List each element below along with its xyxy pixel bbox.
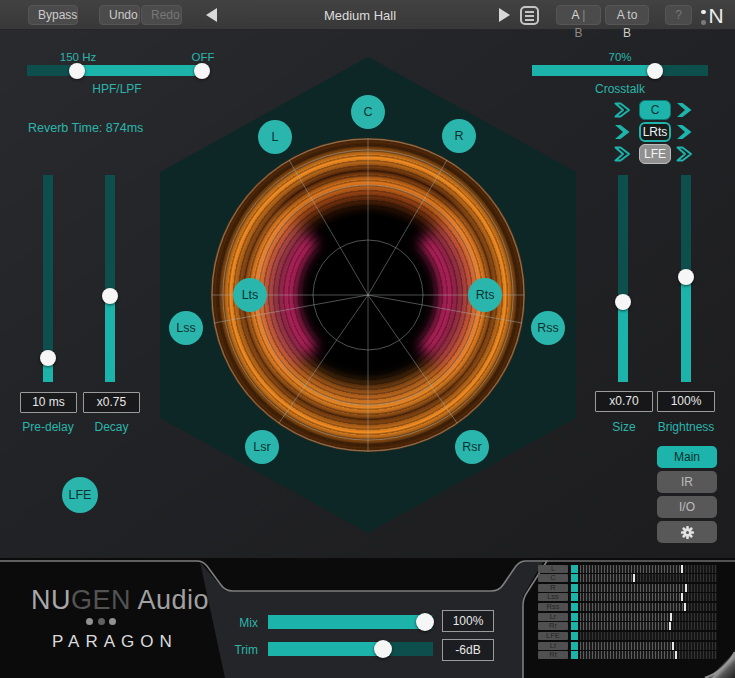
trim-slider-handle[interactable] [374,640,392,658]
crosstalk-slider-handle[interactable] [647,63,663,79]
size-slider-fill [618,302,628,382]
meter-peak-marker [684,603,686,611]
route-lrts-button[interactable]: LRts [639,122,671,142]
speaker-node-lfe[interactable]: LFE [62,477,98,513]
brightness-slider-fill [681,277,691,382]
meter-scale-lit [580,603,684,611]
meter-channel-label: Rss [538,603,568,611]
route-out-c-chevron-icon[interactable] [676,102,694,118]
route-in-c-chevron-icon[interactable] [614,102,632,118]
tab-ir[interactable]: IR [657,471,717,493]
meter-level-segment [571,574,578,582]
meter-scale-lit [580,574,633,582]
settings-button[interactable] [657,521,717,543]
preset-list-lines [525,11,534,21]
size-value-box[interactable]: x0.70 [595,391,653,412]
mix-slider-handle[interactable] [416,613,434,631]
undo-button[interactable]: Undo [99,5,140,25]
meter-row-lss: Lss [538,593,723,601]
meter-level-segment [571,632,578,640]
meter-peak-marker [685,584,687,592]
brand-logo: NUGEN Audio [31,585,209,616]
previous-preset-icon[interactable] [206,8,217,22]
pre-delay-slider-handle[interactable] [40,350,56,366]
product-name: PARAGON [52,632,178,652]
preset-name[interactable]: Medium Hall [280,8,440,23]
trim-label: Trim [226,643,258,657]
meter-channel-label: R [538,584,568,592]
meter-scale-lit [580,622,669,630]
next-preset-icon[interactable] [499,8,510,22]
trim-value-box[interactable]: -6dB [442,639,494,661]
preset-list-icon[interactable] [520,6,539,25]
speaker-node-r[interactable]: R [442,119,476,153]
meter-scale-lit [580,584,685,592]
meter-scale-lit [580,642,672,650]
meter-channel-label: LFE [538,632,568,640]
speaker-node-rts[interactable]: Rts [468,278,502,312]
route-lfe-button[interactable]: LFE [639,144,671,164]
route-out-lrts-chevron-icon[interactable] [676,124,694,140]
redo-button[interactable]: Redo [141,5,182,25]
meter-row-rss: Rss [538,603,723,611]
meter-scale-lit [580,565,681,573]
route-in-lrts-chevron-icon[interactable] [614,124,632,140]
size-slider-handle[interactable] [615,294,631,310]
meter-row-c: C [538,574,723,582]
mix-label: Mix [230,616,258,630]
ab-compare-button[interactable]: A | B [556,5,601,25]
meter-channel-label: L [538,565,568,573]
a-to-b-button[interactable]: A to B [605,5,649,25]
meter-row-r: R [538,584,723,592]
meter-peak-marker [681,593,683,601]
brightness-slider-handle[interactable] [678,269,694,285]
speaker-node-lsr[interactable]: Lsr [245,430,279,464]
meter-level-segment [571,642,578,650]
pre-delay-value-box[interactable]: 10 ms [20,392,77,413]
speaker-node-lts[interactable]: Lts [233,278,267,312]
bypass-button[interactable]: Bypass [28,5,78,25]
title-bar: Bypass Undo Redo Medium Hall A | B A to … [0,0,735,30]
mix-slider-fill [268,615,426,629]
meter-level-segment [571,622,578,630]
meter-scale-unlit [580,632,717,640]
brightness-value-box[interactable]: 100% [657,391,715,412]
mix-value-box[interactable]: 100% [442,610,494,632]
route-out-lfe-chevron-icon[interactable] [676,146,694,162]
brand-nu: NU [31,585,71,615]
decay-slider-handle[interactable] [102,288,118,304]
window-corner-highlight [707,650,735,678]
tab-io[interactable]: I/O [657,496,717,518]
speaker-node-rsr[interactable]: Rsr [455,430,489,464]
meter-peak-marker [675,651,677,659]
meter-row-rr: Rr [538,622,723,630]
meter-peak-marker [672,642,674,650]
decay-value-box[interactable]: x0.75 [83,392,140,413]
meter-row-rt: Rt [538,651,723,659]
ab-a-label: A [572,8,579,22]
meter-channel-label: C [538,574,568,582]
speaker-node-rss[interactable]: Rss [531,311,565,345]
hpf-slider-handle[interactable] [69,63,85,79]
speaker-node-l[interactable]: L [258,120,292,154]
meter-level-segment [571,651,578,659]
meter-row-l: L [538,565,723,573]
meter-peak-marker [681,565,683,573]
lpf-slider-handle[interactable] [194,63,210,79]
ab-separator: | [582,8,585,22]
speaker-node-c[interactable]: C [351,95,385,129]
meter-channel-label: Lt [538,642,568,650]
bottom-bar: NUGEN Audio PARAGON Mix 100% Trim -6dB L… [0,558,735,678]
meter-row-lt: Lt [538,642,723,650]
nugen-logo-letter: N [709,4,724,28]
speaker-node-lss[interactable]: Lss [169,311,203,345]
help-button[interactable]: ? [665,5,692,25]
tab-main[interactable]: Main [657,446,717,468]
meter-channel-label: Lr [538,613,568,621]
paragon-plugin-window: Bypass Undo Redo Medium Hall A | B A to … [0,0,735,678]
meter-scale-lit [580,613,670,621]
route-c-button[interactable]: C [639,100,671,120]
route-in-lfe-chevron-icon[interactable] [614,146,632,162]
brand-dots [86,618,116,625]
brand-gen: GEN [71,585,131,615]
